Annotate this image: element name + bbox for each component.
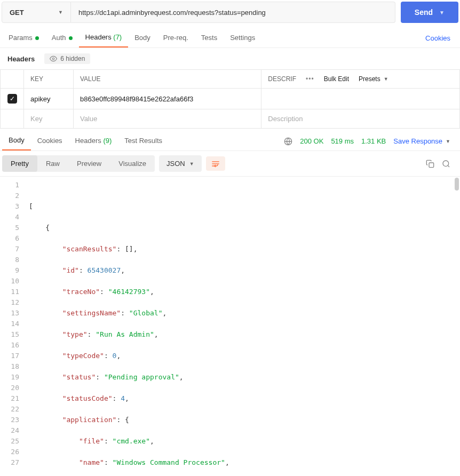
line-gutter: 1234567891011121314151617181920212223242… <box>0 177 25 476</box>
active-dot-icon <box>69 36 73 40</box>
headers-title: Headers <box>7 55 35 63</box>
tab-tests[interactable]: Tests <box>195 29 224 47</box>
header-key-input[interactable]: Key <box>24 109 74 129</box>
svg-rect-4 <box>429 163 434 168</box>
tab-headers[interactable]: Headers (7) <box>79 29 129 47</box>
send-button[interactable]: Send ▼ <box>401 2 458 23</box>
send-button-label: Send <box>415 8 433 17</box>
response-status: 200 OK <box>300 137 323 145</box>
tab-params[interactable]: Params <box>2 29 45 47</box>
view-preview[interactable]: Preview <box>68 155 110 172</box>
view-pretty[interactable]: Pretty <box>2 155 37 172</box>
response-tab-test-results[interactable]: Test Results <box>118 132 169 150</box>
response-time: 519 ms <box>331 137 354 145</box>
svg-line-6 <box>448 165 449 167</box>
format-select[interactable]: JSON ▼ <box>159 155 202 172</box>
cookies-link[interactable]: Cookies <box>418 30 458 46</box>
chevron-down-icon: ▼ <box>446 139 450 144</box>
http-method-select[interactable]: GET ▼ <box>2 2 71 23</box>
tab-body[interactable]: Body <box>128 29 157 47</box>
more-options-icon[interactable]: ••• <box>306 75 314 83</box>
bulk-edit-button[interactable]: Bulk Edit <box>324 75 349 83</box>
header-value-input[interactable]: Value <box>73 109 261 129</box>
column-key: KEY <box>24 70 74 89</box>
chevron-down-icon: ▼ <box>384 76 388 82</box>
network-icon[interactable] <box>284 137 292 146</box>
tab-prereq[interactable]: Pre-req. <box>157 29 195 47</box>
eye-icon <box>50 55 57 62</box>
tab-auth[interactable]: Auth <box>45 29 79 47</box>
header-row[interactable]: ✓ apikey b863e0ffc89948f98415e2622afa66f… <box>1 89 460 109</box>
view-raw[interactable]: Raw <box>37 155 68 172</box>
hidden-headers-toggle[interactable]: 6 hidden <box>44 53 90 64</box>
chevron-down-icon: ▼ <box>439 10 445 15</box>
chevron-down-icon: ▼ <box>189 161 194 166</box>
request-url-text: https://dc1api.adminbyrequest.com/reques… <box>78 9 266 17</box>
checkbox-checked-icon[interactable]: ✓ <box>7 94 17 104</box>
svg-point-5 <box>443 161 449 166</box>
column-description: DESCRIF <box>268 75 296 83</box>
response-tab-headers[interactable]: Headers (9) <box>69 132 118 150</box>
header-value-cell[interactable]: b863e0ffc89948f98415e2622afa66f3 <box>73 89 261 109</box>
request-url-input[interactable]: https://dc1api.adminbyrequest.com/reques… <box>71 2 395 23</box>
chevron-down-icon: ▼ <box>58 10 63 15</box>
svg-point-0 <box>53 58 55 60</box>
response-tab-cookies[interactable]: Cookies <box>31 132 69 150</box>
headers-table: KEY VALUE DESCRIF ••• Bulk Edit Presets … <box>0 69 460 129</box>
header-desc-cell[interactable] <box>261 89 460 109</box>
header-key-cell[interactable]: apikey <box>24 89 74 109</box>
view-mode-group: Pretty Raw Preview Visualize <box>2 155 155 172</box>
response-body-viewer[interactable]: 1234567891011121314151617181920212223242… <box>0 176 460 476</box>
response-size: 1.31 KB <box>361 137 386 145</box>
tab-settings[interactable]: Settings <box>224 29 261 47</box>
presets-dropdown[interactable]: Presets ▼ <box>359 75 388 83</box>
wrap-lines-button[interactable] <box>206 156 225 171</box>
active-dot-icon <box>35 36 39 40</box>
response-body-code: [ { "scanResults": [], "id": 65430027, "… <box>25 177 460 476</box>
scrollbar[interactable] <box>455 178 459 191</box>
header-desc-input[interactable]: Description <box>261 109 460 129</box>
copy-icon[interactable] <box>426 159 434 168</box>
http-method-label: GET <box>10 9 24 17</box>
response-tab-body[interactable]: Body <box>2 132 31 150</box>
search-icon[interactable] <box>442 159 450 168</box>
header-row-new[interactable]: Key Value Description <box>1 109 460 129</box>
view-visualize[interactable]: Visualize <box>110 155 155 172</box>
column-value: VALUE <box>73 70 261 89</box>
save-response-button[interactable]: Save Response ▼ <box>393 137 450 145</box>
